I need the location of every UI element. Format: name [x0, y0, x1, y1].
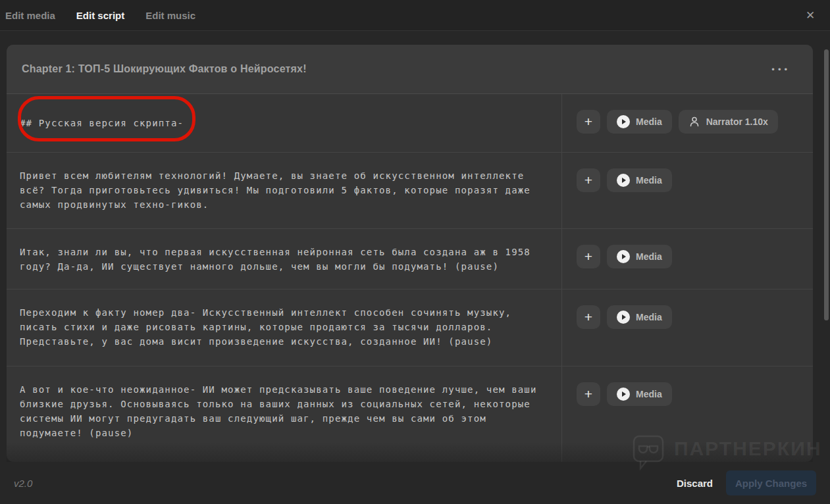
chapter-header: Chapter 1: ТОП-5 Шокирующих Фактов о Ней…	[7, 45, 813, 94]
script-row: А вот и кое-что неожиданное- ИИ может пр…	[7, 366, 813, 462]
media-cell: + Media	[561, 153, 813, 228]
script-row: ## Русская версия скрипта- + Media Narra…	[7, 94, 813, 153]
media-button[interactable]: Media	[607, 305, 672, 329]
narrator-button-label: Narrator 1.10x	[706, 116, 768, 127]
media-button[interactable]: Media	[607, 168, 672, 192]
script-segment[interactable]: Привет всем любителям технологий! Думает…	[7, 153, 561, 228]
media-cell: + Media	[561, 290, 813, 366]
media-button-label: Media	[636, 389, 662, 399]
apply-changes-button[interactable]: Apply Changes	[726, 470, 816, 495]
narrator-button[interactable]: Narrator 1.10x	[679, 110, 778, 134]
script-text: А вот и кое-что неожиданное- ИИ может пр…	[20, 382, 544, 440]
add-button[interactable]: +	[577, 168, 600, 192]
version-label: v2.0	[14, 478, 32, 489]
add-button[interactable]: +	[577, 110, 600, 134]
tab-edit-script[interactable]: Edit script	[76, 10, 124, 21]
top-tab-bar: Edit media Edit script Edit music	[0, 0, 830, 31]
media-cell: + Media	[561, 229, 813, 289]
add-button[interactable]: +	[577, 245, 600, 268]
script-segment[interactable]: Итак, знали ли вы, что первая искусствен…	[7, 229, 561, 289]
script-text: Привет всем любителям технологий! Думает…	[20, 168, 544, 212]
script-segment[interactable]: Переходим к факту номер два- Искусственн…	[7, 290, 561, 366]
media-cell: + Media Narrator 1.10x	[561, 94, 813, 152]
play-icon	[617, 388, 630, 401]
tab-edit-media[interactable]: Edit media	[5, 10, 55, 21]
discard-button[interactable]: Discard	[677, 478, 713, 489]
play-icon	[617, 174, 630, 187]
media-button-label: Media	[636, 175, 662, 186]
chapter-title: Chapter 1: ТОП-5 Шокирующих Фактов о Ней…	[22, 63, 307, 75]
script-text: Переходим к факту номер два- Искусственн…	[20, 305, 544, 349]
vertical-scrollbar-thumb[interactable]	[824, 49, 829, 320]
chapter-options-icon[interactable]: •••	[769, 62, 793, 77]
close-icon[interactable]: ✕	[802, 8, 818, 24]
add-button[interactable]: +	[577, 305, 600, 329]
script-row: Привет всем любителям технологий! Думает…	[7, 153, 813, 229]
add-button[interactable]: +	[577, 382, 600, 406]
play-icon	[617, 250, 630, 263]
tab-edit-music[interactable]: Edit music	[145, 10, 195, 21]
script-segment[interactable]: ## Русская версия скрипта-	[7, 94, 561, 152]
script-text: ## Русская версия скрипта-	[20, 116, 544, 130]
media-button-label: Media	[636, 116, 662, 127]
script-editor-panel: Chapter 1: ТОП-5 Шокирующих Фактов о Ней…	[7, 45, 813, 462]
footer-bar: v2.0 Discard Apply Changes	[0, 462, 830, 504]
media-button[interactable]: Media	[607, 110, 672, 134]
media-button-label: Media	[636, 251, 662, 262]
script-row: Итак, знали ли вы, что первая искусствен…	[7, 229, 813, 290]
play-icon	[617, 115, 630, 128]
media-button-label: Media	[636, 312, 662, 322]
media-cell: + Media	[561, 366, 813, 462]
script-row: Переходим к факту номер два- Искусственн…	[7, 290, 813, 366]
person-icon	[688, 116, 700, 128]
script-segment[interactable]: А вот и кое-что неожиданное- ИИ может пр…	[7, 366, 561, 462]
media-button[interactable]: Media	[607, 382, 672, 406]
script-text: Итак, знали ли вы, что первая искусствен…	[20, 245, 544, 274]
play-icon	[617, 311, 630, 324]
media-button[interactable]: Media	[607, 245, 672, 268]
